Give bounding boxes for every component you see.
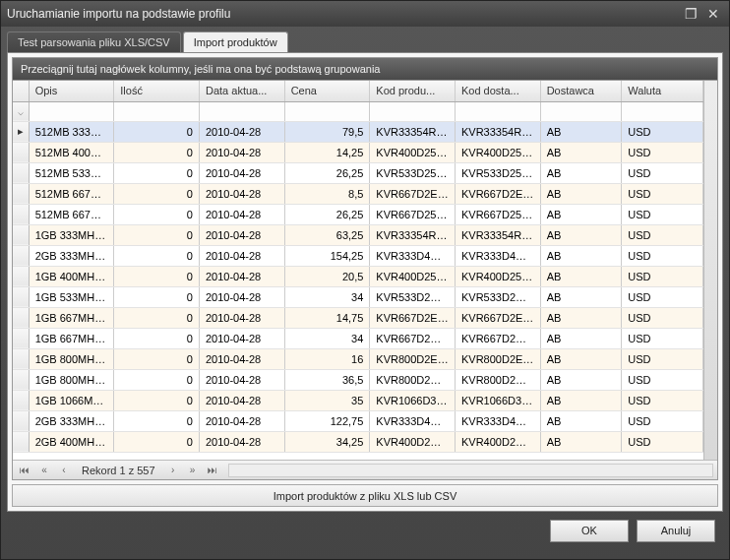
cell-data: 2010-04-28 xyxy=(199,224,284,245)
cell-kodd: KVR667D258... xyxy=(455,204,540,224)
col-ilosc[interactable]: Ilość xyxy=(114,81,200,101)
cell-dost: AB xyxy=(540,121,622,142)
cell-kodp: KVR667D2E5/... xyxy=(370,307,456,328)
cell-kodp: KVR33354R2... xyxy=(370,121,456,142)
col-dostawca[interactable]: Dostawca xyxy=(540,81,622,101)
cell-wal: USD xyxy=(622,266,703,286)
table-row[interactable]: 1GB 1066MHz...02010-04-2835KVR1066D35...… xyxy=(13,390,703,410)
filter-icon: ⌵ xyxy=(13,101,29,121)
cell-ilosc: 0 xyxy=(114,286,200,307)
nav-nextpage-icon[interactable]: » xyxy=(185,464,201,477)
filter-ilosc[interactable] xyxy=(120,105,193,117)
cell-dost: AB xyxy=(540,328,622,348)
import-file-button[interactable]: Import produktów z pliku XLS lub CSV xyxy=(12,484,718,507)
row-indicator xyxy=(13,410,29,431)
cell-data: 2010-04-28 xyxy=(199,410,284,431)
row-indicator xyxy=(13,162,29,183)
cell-opis: 512MB 533M... xyxy=(29,162,114,183)
filter-dost[interactable] xyxy=(547,105,616,117)
table-row[interactable]: 1GB 333MHz ...02010-04-2863,25KVR33354R2… xyxy=(13,224,703,245)
cell-dost: AB xyxy=(540,142,622,162)
cell-wal: USD xyxy=(622,245,703,266)
titlebar: Uruchamianie importu na podstawie profil… xyxy=(1,1,729,27)
cell-kodp: KVR400D258... xyxy=(370,142,456,162)
restore-icon[interactable]: ❐ xyxy=(681,6,700,22)
cell-data: 2010-04-28 xyxy=(199,245,284,266)
row-indicator xyxy=(13,390,29,410)
cell-kodp: KVR800D2D8... xyxy=(370,369,456,390)
nav-prevpage-icon[interactable]: « xyxy=(36,464,52,477)
cell-opis: 1GB 1066MHz... xyxy=(29,390,114,410)
close-icon[interactable]: ✕ xyxy=(703,6,723,22)
group-by-bar[interactable]: Przeciągnij tutaj nagłówek kolumny, jeśl… xyxy=(12,57,718,81)
table-row[interactable]: 1GB 400MHz ...02010-04-2820,5KVR400D258.… xyxy=(13,266,703,286)
table-row[interactable]: 1GB 667MHz ...02010-04-2814,75KVR667D2E5… xyxy=(13,307,703,328)
nav-prev-icon[interactable]: ‹ xyxy=(56,464,72,477)
cancel-button[interactable]: Anuluj xyxy=(637,520,715,542)
dialog-window: Uruchamianie importu na podstawie profil… xyxy=(0,0,730,560)
cell-kodp: KVR1066D35... xyxy=(370,390,456,410)
cell-kodp: KVR400D258... xyxy=(370,266,456,286)
row-indicator xyxy=(13,348,29,369)
filter-opis[interactable] xyxy=(35,105,108,117)
cell-dost: AB xyxy=(540,204,622,224)
row-indicator xyxy=(13,266,29,286)
vertical-scrollbar[interactable] xyxy=(703,81,717,460)
cell-dost: AB xyxy=(540,183,622,204)
cell-cena: 35 xyxy=(284,390,370,410)
filter-kodp[interactable] xyxy=(376,105,449,117)
cell-wal: USD xyxy=(622,307,703,328)
col-waluta[interactable]: Waluta xyxy=(622,81,703,101)
nav-last-icon[interactable]: ⏭ xyxy=(205,464,220,477)
tab-import-products[interactable]: Import produktów xyxy=(183,31,288,52)
cell-kodp: KVR667D2D8... xyxy=(370,328,456,348)
col-kodd[interactable]: Kod dosta... xyxy=(455,81,540,101)
cell-dost: AB xyxy=(540,410,622,431)
row-indicator xyxy=(13,431,29,452)
cell-data: 2010-04-28 xyxy=(199,348,284,369)
cell-wal: USD xyxy=(622,224,703,245)
table-row[interactable]: 1GB 800MHz ...02010-04-2836,5KVR800D2D8.… xyxy=(13,369,703,390)
row-indicator xyxy=(13,204,29,224)
nav-next-icon[interactable]: › xyxy=(165,464,181,477)
cell-opis: 2GB 333MHz ... xyxy=(29,245,114,266)
cell-kodp: KVR667D2E5/... xyxy=(370,183,456,204)
row-indicator xyxy=(13,245,29,266)
client-area: Test parsowania pliku XLS/CSV Import pro… xyxy=(1,27,729,559)
table-row[interactable]: 1GB 800MHz ...02010-04-2816KVR800D2E5/..… xyxy=(13,348,703,369)
table-row[interactable]: 2GB 333MHz ...02010-04-28122,75KVR333D4R… xyxy=(13,410,703,431)
cell-opis: 512MB 667M... xyxy=(29,204,114,224)
filter-kodd[interactable] xyxy=(461,105,534,117)
table-row[interactable]: 2GB 400MHz ...02010-04-2834,25KVR400D2D8… xyxy=(13,431,703,452)
table-row[interactable]: 512MB 533M...02010-04-2826,25KVR533D258.… xyxy=(13,162,703,183)
cell-cena: 36,5 xyxy=(284,369,370,390)
cell-cena: 26,25 xyxy=(284,204,370,224)
horizontal-scrollbar[interactable] xyxy=(228,464,713,477)
col-kodp[interactable]: Kod produ... xyxy=(370,81,456,101)
table-row[interactable]: 1GB 667MHz ...02010-04-2834KVR667D2D8...… xyxy=(13,328,703,348)
cell-cena: 34,25 xyxy=(284,431,370,452)
cell-wal: USD xyxy=(622,286,703,307)
cell-kodp: KVR667D258... xyxy=(370,204,456,224)
table-row[interactable]: 512MB 400M...02010-04-2814,25KVR400D258.… xyxy=(13,142,703,162)
filter-data[interactable] xyxy=(206,105,278,117)
filter-cena[interactable] xyxy=(291,105,364,117)
ok-button[interactable]: OK xyxy=(550,520,629,542)
cell-kodd: KVR333D4R2... xyxy=(455,410,540,431)
col-data[interactable]: Data aktua... xyxy=(199,81,284,101)
nav-first-icon[interactable]: ⏮ xyxy=(17,464,32,477)
table-row[interactable]: 512MB 667M...02010-04-288,5KVR667D2E5/..… xyxy=(13,183,703,204)
cell-cena: 154,25 xyxy=(284,245,370,266)
cell-dost: AB xyxy=(540,307,622,328)
table-row[interactable]: 2GB 333MHz ...02010-04-28154,25KVR333D4R… xyxy=(13,245,703,266)
cell-kodd: KVR400D258... xyxy=(455,266,540,286)
col-cena[interactable]: Cena xyxy=(284,81,370,101)
cell-data: 2010-04-28 xyxy=(199,328,284,348)
col-opis[interactable]: Opis xyxy=(29,81,114,101)
cell-cena: 34 xyxy=(284,286,370,307)
table-row[interactable]: 512MB 667M...02010-04-2826,25KVR667D258.… xyxy=(13,204,703,224)
filter-wal[interactable] xyxy=(628,105,697,117)
tab-parse-test[interactable]: Test parsowania pliku XLS/CSV xyxy=(7,31,181,52)
table-row[interactable]: ▸512MB 333M...02010-04-2879,5KVR33354R2.… xyxy=(13,121,703,142)
table-row[interactable]: 1GB 533MHz ...02010-04-2834KVR533D2D8...… xyxy=(13,286,703,307)
